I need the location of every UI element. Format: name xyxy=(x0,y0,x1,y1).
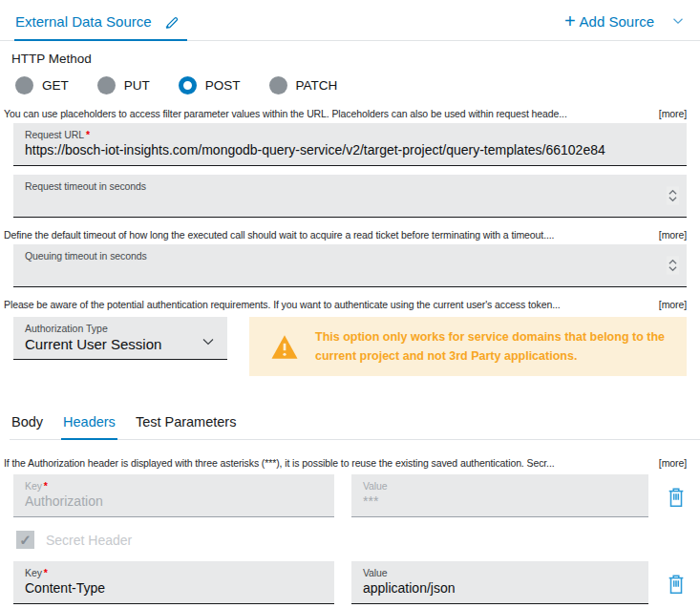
header-divider xyxy=(0,39,700,41)
value-label: Value xyxy=(363,567,388,578)
header-key-field-content-type[interactable]: Key* Content-Type xyxy=(13,561,334,604)
auth-help-more-link[interactable]: [more] xyxy=(659,299,687,310)
radio-get-label: GET xyxy=(42,78,69,93)
page-title: External Data Source xyxy=(15,13,152,30)
request-url-label: Request URL xyxy=(25,129,84,140)
tab-headers[interactable]: Headers xyxy=(61,414,117,440)
required-asterisk: * xyxy=(44,480,48,492)
request-url-field[interactable]: Request URL* https://bosch-iot-insights.… xyxy=(13,123,687,166)
request-timeout-label: Request timeout in seconds xyxy=(25,180,146,192)
required-asterisk: * xyxy=(86,129,90,140)
request-timeout-field[interactable]: Request timeout in seconds xyxy=(13,175,687,218)
http-method-radio-group: GET PUT POST PATCH xyxy=(15,76,700,94)
key-label: Key xyxy=(25,480,42,492)
stepper-up-icon xyxy=(668,260,677,265)
queuing-timeout-value[interactable] xyxy=(25,263,675,280)
auth-help-line: Please be aware of the potential authent… xyxy=(0,299,700,310)
queuing-help-line: Define the default timeout of how long t… xyxy=(0,229,700,241)
queuing-help-text: Define the default timeout of how long t… xyxy=(4,229,554,241)
radio-get-circle[interactable] xyxy=(15,76,33,94)
warning-triangle-icon xyxy=(270,334,299,360)
headers-help-more-link[interactable]: [more] xyxy=(659,457,687,469)
header-key-field-authorization: Key* Authorization xyxy=(13,474,334,517)
request-url-value[interactable]: https://bosch-iot-insights.com/mongodb-q… xyxy=(25,142,675,158)
key-value: Authorization xyxy=(25,493,323,510)
radio-put-label: PUT xyxy=(124,78,150,93)
radio-patch-circle[interactable] xyxy=(269,76,287,94)
number-stepper[interactable] xyxy=(667,257,679,275)
queuing-timeout-label: Queuing timeout in seconds xyxy=(25,250,147,262)
radio-post[interactable]: POST xyxy=(179,76,241,94)
secret-header-checkbox-row: ✓ Secret Header xyxy=(16,531,700,549)
required-asterisk: * xyxy=(44,567,48,578)
delete-header-trash-icon[interactable] xyxy=(666,486,687,509)
header-value-field-content-type[interactable]: Value application/json xyxy=(351,561,648,604)
add-source-label: Add Source xyxy=(580,13,654,30)
stepper-down-icon xyxy=(668,197,677,202)
auth-help-text: Please be aware of the potential authent… xyxy=(4,299,561,310)
header-row: Key* Content-Type Value application/json xyxy=(13,561,687,604)
edit-pencil-icon[interactable] xyxy=(163,13,180,30)
panel-header: External Data Source + Add Source xyxy=(0,0,700,30)
stepper-down-icon xyxy=(668,266,677,272)
key-label: Key xyxy=(25,567,42,578)
checkbox-checked-icon: ✓ xyxy=(16,531,34,549)
radio-patch-label: PATCH xyxy=(296,78,338,93)
http-method-label: HTTP Method xyxy=(11,52,700,66)
key-value[interactable]: Content-Type xyxy=(25,580,323,597)
chevron-down-icon[interactable] xyxy=(669,12,687,30)
authorization-type-select[interactable]: Authorization Type Current User Session xyxy=(13,317,227,360)
queuing-timeout-field[interactable]: Queuing timeout in seconds xyxy=(13,244,687,287)
add-source-button[interactable]: + Add Source xyxy=(564,12,687,30)
headers-help-text: If the Authorization header is displayed… xyxy=(4,457,555,469)
authorization-type-label: Authorization Type xyxy=(25,323,216,334)
radio-post-circle[interactable] xyxy=(179,76,197,94)
url-help-more-link[interactable]: [more] xyxy=(659,108,687,119)
stepper-up-icon xyxy=(668,190,677,196)
url-help-line: You can use placeholders to access filte… xyxy=(0,108,700,119)
chevron-down-icon[interactable] xyxy=(199,332,218,351)
secret-header-label: Secret Header xyxy=(46,533,132,548)
authorization-type-value: Current User Session xyxy=(25,336,216,352)
number-stepper[interactable] xyxy=(667,187,679,205)
url-help-text: You can use placeholders to access filte… xyxy=(4,108,567,119)
source-tab[interactable]: External Data Source xyxy=(15,13,180,30)
value-label: Value xyxy=(363,480,388,492)
tab-test-parameters[interactable]: Test Parameters xyxy=(134,414,239,439)
queuing-help-more-link[interactable]: [more] xyxy=(659,229,687,241)
radio-get[interactable]: GET xyxy=(15,76,69,94)
radio-post-label: POST xyxy=(205,78,241,93)
tab-body[interactable]: Body xyxy=(10,414,45,439)
delete-header-trash-icon[interactable] xyxy=(666,573,687,596)
radio-put-circle[interactable] xyxy=(97,76,116,94)
value-value[interactable]: application/json xyxy=(363,580,637,597)
plus-icon: + xyxy=(564,14,576,28)
warning-text: This option only works for service domai… xyxy=(315,327,668,366)
radio-patch[interactable]: PATCH xyxy=(269,76,338,94)
external-data-source-panel: External Data Source + Add Source HTTP M… xyxy=(0,0,700,608)
request-timeout-value[interactable] xyxy=(25,194,675,210)
radio-put[interactable]: PUT xyxy=(97,76,150,94)
value-value: *** xyxy=(363,493,637,510)
headers-help-line: If the Authorization header is displayed… xyxy=(0,457,700,469)
sub-tabs: Body Headers Test Parameters xyxy=(10,414,700,440)
header-value-field-authorization: Value *** xyxy=(351,474,648,517)
warning-banner: This option only works for service domai… xyxy=(249,317,687,376)
header-row: Key* Authorization Value *** xyxy=(13,474,687,517)
